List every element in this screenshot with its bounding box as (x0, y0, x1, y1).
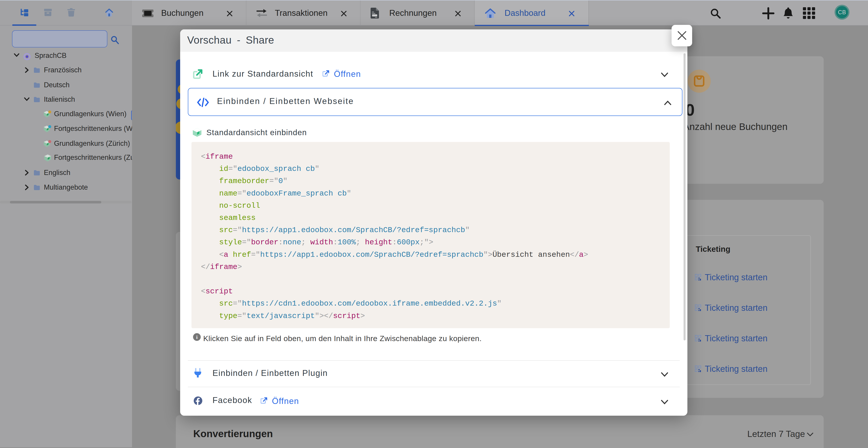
svg-text:i: i (196, 334, 197, 340)
